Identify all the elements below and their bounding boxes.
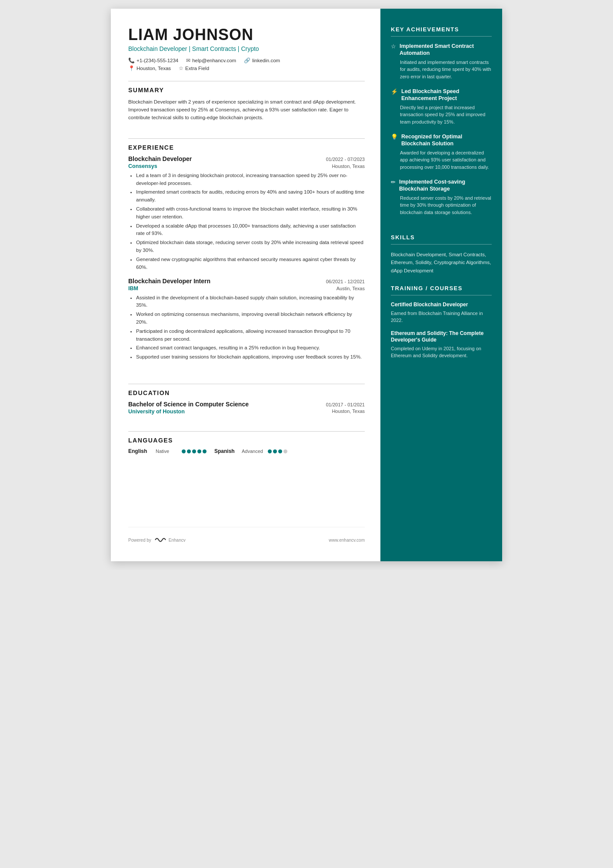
- job-2-bullet-1: Assisted in the development of a blockch…: [136, 294, 365, 310]
- dot: [273, 449, 277, 453]
- job-1-bullet-4: Developed a scalable dApp that processes…: [136, 222, 365, 238]
- powered-by-text: Powered by: [128, 538, 151, 543]
- dot: [192, 449, 196, 453]
- training-section: TRAINING / COURSES Certified Blockchain …: [391, 285, 492, 365]
- job-1-bullets: Led a team of 3 in designing blockchain …: [128, 172, 365, 271]
- header: LIAM JOHNSON Blockchain Developer | Smar…: [128, 26, 365, 73]
- language-english: English Native: [128, 448, 207, 454]
- achievement-3-desc: Awarded for developing a decentralized a…: [391, 149, 492, 171]
- training-2-desc: Completed on Udemy in 2021, focusing on …: [391, 345, 492, 359]
- star-achievement-icon: ☆: [391, 43, 396, 50]
- dot: [278, 449, 282, 453]
- achievement-4: ✏ Implemented Cost-saving Blockchain Sto…: [391, 178, 492, 216]
- resume-wrapper: LIAM JOHNSON Blockchain Developer | Smar…: [111, 9, 502, 561]
- achievement-3-header: 💡 Recognized for Optimal Blockchain Solu…: [391, 133, 492, 147]
- skills-text: Blockchain Development, Smart Contracts,…: [391, 251, 492, 275]
- lang-spanish-name: Spanish: [214, 448, 238, 454]
- education-section: EDUCATION Bachelor of Science in Compute…: [128, 389, 365, 415]
- bulb-achievement-icon: 💡: [391, 134, 398, 140]
- link-icon: 🔗: [244, 57, 250, 64]
- job-1-bullet-3: Collaborated with cross-functional teams…: [136, 205, 365, 221]
- training-1-title: Certified Blockchain Developer: [391, 302, 492, 308]
- training-2-title: Ethereum and Solidity: The Complete Deve…: [391, 330, 492, 344]
- achievement-2: ⚡ Led Blockchain Speed Enhancement Proje…: [391, 88, 492, 125]
- location-icon: 📍: [128, 65, 135, 71]
- experience-section: EXPERIENCE Blockchain Developer 01/2022 …: [128, 144, 365, 367]
- education-divider: [128, 384, 365, 384]
- job-1-dates: 01/2022 - 07/2023: [326, 157, 365, 162]
- dot: [197, 449, 201, 453]
- location-contact: 📍 Houston, Texas: [128, 65, 171, 71]
- star-icon: ☆: [179, 65, 183, 71]
- job-2-bullet-4: Enhanced smart contract languages, resul…: [136, 344, 365, 352]
- summary-divider: [128, 81, 365, 81]
- bolt-achievement-icon: ⚡: [391, 88, 398, 95]
- job-2: Blockchain Developer Intern 06/2021 - 12…: [128, 278, 365, 362]
- dot: [268, 449, 272, 453]
- achievement-3-title: Recognized for Optimal Blockchain Soluti…: [401, 133, 492, 147]
- language-spanish: Spanish Advanced: [214, 448, 287, 454]
- edu-1-subheader: University of Houston Houston, Texas: [128, 409, 365, 415]
- experience-divider: [128, 138, 365, 139]
- training-1: Certified Blockchain Developer Earned fr…: [391, 302, 492, 324]
- achievement-3: 💡 Recognized for Optimal Blockchain Solu…: [391, 133, 492, 171]
- languages-title: LANGUAGES: [128, 437, 365, 444]
- candidate-subtitle: Blockchain Developer | Smart Contracts |…: [128, 45, 365, 52]
- training-title: TRAINING / COURSES: [391, 285, 492, 292]
- job-1: Blockchain Developer 01/2022 - 07/2023 C…: [128, 155, 365, 271]
- achievement-2-desc: Directly led a project that increased tr…: [391, 104, 492, 126]
- dot: [182, 449, 186, 453]
- job-1-title: Blockchain Developer: [128, 155, 192, 162]
- lang-english-level: Native: [156, 449, 178, 454]
- footer-website: www.enhancv.com: [329, 538, 365, 543]
- lang-spanish-dots: [268, 449, 287, 453]
- location-text: Houston, Texas: [137, 66, 171, 71]
- linkedin-url: linkedin.com: [252, 58, 280, 63]
- job-2-company: IBM: [128, 285, 138, 292]
- summary-section: SUMMARY Blockchain Developer with 2 year…: [128, 87, 365, 122]
- job-2-bullet-5: Supported user training sessions for blo…: [136, 353, 365, 361]
- footer-brand: Powered by Enhancv: [128, 536, 186, 544]
- job-1-subheader: Consensys Houston, Texas: [128, 163, 365, 169]
- job-1-header: Blockchain Developer 01/2022 - 07/2023: [128, 155, 365, 162]
- edu-1-location: Houston, Texas: [332, 409, 365, 415]
- right-column: KEY ACHIEVEMENTS ☆ Implemented Smart Con…: [380, 9, 502, 561]
- enhancv-logo-icon: [153, 536, 167, 544]
- phone-number: +1-(234)-555-1234: [137, 58, 178, 63]
- achievements-divider: [391, 36, 492, 37]
- job-1-bullet-1: Led a team of 3 in designing blockchain …: [136, 172, 365, 188]
- job-1-bullet-5: Optimized blockchain data storage, reduc…: [136, 239, 365, 255]
- achievements-title: KEY ACHIEVEMENTS: [391, 26, 492, 33]
- dot: [283, 449, 287, 453]
- achievement-4-desc: Reduced server costs by 20% and retrieva…: [391, 194, 492, 216]
- skills-title: SKILLS: [391, 234, 492, 241]
- training-1-desc: Earned from Blockchain Training Alliance…: [391, 310, 492, 324]
- edu-item-1: Bachelor of Science in Computer Science …: [128, 401, 365, 415]
- languages-row: English Native Spanish Advanced: [128, 448, 365, 454]
- extra-field-contact: ☆ Extra Field: [179, 65, 209, 71]
- skills-section: SKILLS Blockchain Development, Smart Con…: [391, 234, 492, 275]
- languages-divider: [128, 431, 365, 432]
- achievement-2-header: ⚡ Led Blockchain Speed Enhancement Proje…: [391, 88, 492, 102]
- achievements-section: KEY ACHIEVEMENTS ☆ Implemented Smart Con…: [391, 26, 492, 224]
- left-column: LIAM JOHNSON Blockchain Developer | Smar…: [111, 9, 380, 561]
- footer: Powered by Enhancv www.enhancv.com: [128, 527, 365, 544]
- skills-divider: [391, 244, 492, 245]
- email-contact: ✉ help@enhancv.com: [186, 57, 236, 64]
- languages-section: LANGUAGES English Native Spanis: [128, 437, 365, 454]
- achievement-4-header: ✏ Implemented Cost-saving Blockchain Sto…: [391, 178, 492, 193]
- phone-contact: 📞 +1-(234)-555-1234: [128, 57, 178, 64]
- job-1-company: Consensys: [128, 163, 157, 169]
- training-divider: [391, 295, 492, 295]
- pencil-achievement-icon: ✏: [391, 179, 396, 185]
- edu-1-degree: Bachelor of Science in Computer Science: [128, 401, 249, 408]
- linkedin-contact[interactable]: 🔗 linkedin.com: [244, 57, 280, 64]
- email-icon: ✉: [186, 57, 190, 64]
- contact-row-1: 📞 +1-(234)-555-1234 ✉ help@enhancv.com 🔗…: [128, 57, 365, 64]
- achievement-1: ☆ Implemented Smart Contract Automation …: [391, 43, 492, 80]
- achievement-1-header: ☆ Implemented Smart Contract Automation: [391, 43, 492, 57]
- dot: [203, 449, 207, 453]
- job-2-subheader: IBM Austin, Texas: [128, 285, 365, 292]
- training-2: Ethereum and Solidity: The Complete Deve…: [391, 330, 492, 359]
- achievement-2-title: Led Blockchain Speed Enhancement Project: [401, 88, 492, 102]
